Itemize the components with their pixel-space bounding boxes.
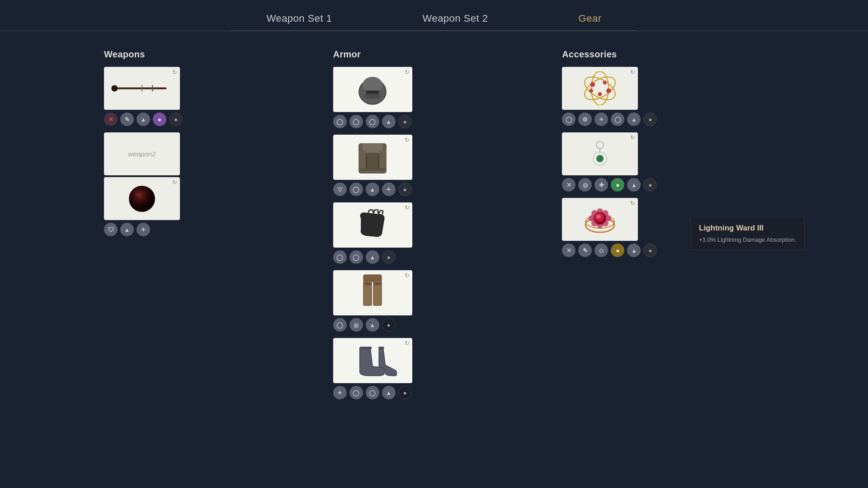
svg-point-4	[129, 186, 155, 211]
acc1-btn4[interactable]: ◯	[611, 113, 624, 126]
acc3-btn1[interactable]: ✕	[562, 244, 576, 257]
weapon3-group: ↻ 🛡 ▲ +	[104, 177, 180, 243]
acc2-btn3[interactable]: ✚	[594, 178, 608, 192]
gloves-actions: ◯ ◯ ▲ ●	[333, 250, 396, 264]
acc1-upgrade-btn[interactable]: ▲	[627, 113, 641, 126]
sword-icon	[110, 76, 174, 101]
orb-icon	[126, 183, 158, 215]
weapon3-refresh-icon[interactable]: ↻	[172, 179, 177, 186]
acc1-actions: ◯ ⚙ + ◯ ▲ ●	[562, 113, 657, 126]
acc3-card: ↻	[562, 198, 638, 241]
legs-card: ↻	[333, 270, 412, 315]
helmet-btn3[interactable]: ◯	[366, 115, 379, 128]
acc3-group: ↻	[562, 198, 657, 263]
boots-btn3[interactable]: ◯	[366, 386, 379, 399]
helmet-btn1[interactable]: ◯	[333, 115, 347, 128]
weapon1-refresh-icon[interactable]: ↻	[172, 69, 177, 75]
svg-point-28	[590, 82, 595, 87]
gloves-card: ↻	[333, 202, 412, 248]
acc3-actions: ✕ ✎ ◇ ● ▲ ●	[562, 244, 657, 257]
boots-btn2[interactable]: ◯	[349, 386, 363, 399]
chest-add-btn[interactable]: +	[382, 183, 396, 196]
acc2-group: ↻ ✕ ◎ ✚ ● ▲ ●	[562, 132, 657, 198]
acc3-btn3[interactable]: ◇	[594, 244, 608, 257]
svg-point-49	[596, 215, 600, 218]
acc1-btn1[interactable]: ◯	[562, 113, 576, 126]
weapon1-gem-btn[interactable]: ●	[153, 113, 166, 126]
chest-btn2[interactable]: ◯	[349, 183, 363, 196]
weapon3-actions: 🛡 ▲ +	[104, 223, 150, 236]
gloves-more-btn[interactable]: ●	[382, 250, 396, 264]
boots-more-btn[interactable]: ●	[398, 386, 412, 399]
helmet-upgrade-btn[interactable]: ▲	[382, 115, 396, 128]
acc2-btn2[interactable]: ◎	[578, 178, 592, 192]
chest-icon	[350, 137, 395, 178]
boots-upgrade-btn[interactable]: ▲	[382, 386, 396, 399]
svg-point-31	[598, 92, 602, 96]
legs-actions: ◯ ◎ ▲ ●	[333, 318, 396, 332]
weapon3-card: ↻	[104, 177, 180, 220]
tab-weapon-set-2[interactable]: Weapon Set 2	[377, 8, 533, 31]
acc1-refresh-icon[interactable]: ↻	[630, 69, 635, 75]
acc2-btn1[interactable]: ✕	[562, 178, 576, 192]
acc2-more-btn[interactable]: ●	[643, 178, 657, 192]
helmet-btn2[interactable]: ◯	[349, 115, 363, 128]
svg-point-10	[364, 94, 381, 99]
acc2-refresh-icon[interactable]: ↻	[630, 134, 635, 141]
acc3-more-btn[interactable]: ●	[643, 244, 657, 257]
acc3-btn2[interactable]: ✎	[578, 244, 592, 257]
tooltip-box: Lightning Ward III +3.0% Lightning Damag…	[690, 217, 805, 250]
svg-point-37	[597, 156, 599, 158]
svg-point-30	[606, 89, 611, 94]
gloves-btn1[interactable]: ◯	[333, 250, 347, 264]
chest-group: ↻ ▽ ◯ ▲ + ●	[333, 135, 412, 202]
acc1-btn3[interactable]: +	[594, 113, 608, 126]
chest-upgrade-btn[interactable]: ▲	[366, 183, 379, 196]
acc1-card: ↻	[562, 67, 638, 110]
acc2-upgrade-btn[interactable]: ▲	[627, 178, 641, 192]
acc3-refresh-icon[interactable]: ↻	[630, 200, 635, 206]
legs-refresh-icon[interactable]: ↻	[405, 272, 410, 279]
weapon3-add-btn[interactable]: +	[137, 223, 150, 236]
tooltip-title: Lightning Ward III	[699, 224, 796, 233]
weapon3-shield-btn[interactable]: 🛡	[104, 223, 118, 236]
tab-weapon-set-1[interactable]: Weapon Set 1	[222, 8, 377, 31]
legs-more-btn[interactable]: ●	[382, 318, 396, 332]
gloves-btn2[interactable]: ◯	[349, 250, 363, 264]
svg-point-5	[136, 192, 142, 197]
helmet-more-btn[interactable]: ●	[398, 115, 412, 128]
legs-upgrade-btn[interactable]: ▲	[366, 318, 379, 332]
weapon1-remove-btn[interactable]: ✕	[104, 113, 118, 126]
chest-refresh-icon[interactable]: ↻	[405, 136, 410, 143]
weapon1-edit-btn[interactable]: ✎	[120, 113, 134, 126]
acc2-card: ↻	[562, 132, 638, 175]
boots-actions: + ◯ ◯ ▲ ●	[333, 386, 412, 399]
svg-rect-21	[364, 282, 371, 285]
gloves-upgrade-btn[interactable]: ▲	[366, 250, 379, 264]
legs-btn1[interactable]: ◯	[333, 318, 347, 332]
weapon1-upgrade-btn[interactable]: ▲	[137, 113, 150, 126]
tab-gear[interactable]: Gear	[533, 8, 647, 31]
boots-refresh-icon[interactable]: ↻	[405, 340, 410, 347]
acc1-more-btn[interactable]: ●	[643, 113, 657, 126]
acc2-actions: ✕ ◎ ✚ ● ▲ ●	[562, 178, 657, 192]
gloves-refresh-icon[interactable]: ↻	[405, 204, 410, 211]
gloves-group: ↻ ◯ ◯ ▲ ●	[333, 202, 412, 270]
chest-more-btn[interactable]: ●	[398, 183, 412, 196]
tab-navigation: Weapon Set 1 Weapon Set 2 Gear	[0, 0, 868, 31]
acc3-gem-btn[interactable]: ●	[611, 244, 624, 257]
acc3-upgrade-btn[interactable]: ▲	[627, 244, 641, 257]
chest-btn1[interactable]: ▽	[333, 183, 347, 196]
weapon2-group: weapon2	[104, 132, 180, 177]
acc2-gem-btn[interactable]: ●	[611, 178, 624, 192]
weapon1-more-btn[interactable]: ●	[169, 113, 183, 126]
boots-btn1[interactable]: +	[333, 386, 347, 399]
weapon3-upgrade-btn[interactable]: ▲	[120, 223, 134, 236]
helmet-group: ↻ ◯ ◯ ◯ ▲ ●	[333, 67, 412, 135]
legs-btn2[interactable]: ◎	[349, 318, 363, 332]
helmet-icon	[350, 71, 395, 108]
helmet-card: ↻	[333, 67, 412, 112]
acc1-btn2[interactable]: ⚙	[578, 113, 592, 126]
helmet-refresh-icon[interactable]: ↻	[405, 69, 410, 75]
svg-point-29	[603, 80, 607, 84]
